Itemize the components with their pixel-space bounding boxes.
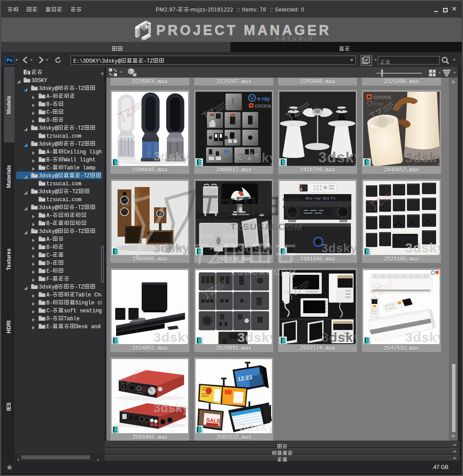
svg-text:v·ray: v·ray	[373, 101, 383, 106]
svg-text:3dsky: 3dsky	[154, 401, 188, 415]
svg-text:3dsky: 3dsky	[237, 150, 272, 165]
svg-text:3dsky: 3dsky	[318, 149, 356, 165]
svg-text:Blu-ray Sci-Fi: Blu-ray Sci-Fi	[306, 196, 335, 200]
svg-text:corona: corona	[373, 94, 391, 100]
svg-text:v·ray: v·ray	[257, 96, 270, 102]
svg-text:3dsky: 3dsky	[405, 330, 440, 344]
svg-text:3dsky: 3dsky	[237, 241, 272, 255]
svg-text:3dsky: 3dsky	[237, 330, 272, 344]
svg-text:corona: corona	[255, 103, 271, 109]
svg-text:3dsky: 3dsky	[240, 420, 272, 433]
svg-text:3dsky: 3dsky	[321, 242, 356, 255]
svg-text:3dsky: 3dsky	[154, 242, 188, 255]
svg-text:3dsky: 3dsky	[405, 240, 440, 255]
svg-text:3dsky: 3dsky	[405, 150, 440, 165]
svg-text:3dsky: 3dsky	[321, 330, 356, 344]
svg-text:OM: OM	[281, 270, 296, 279]
svg-text:3dsky: 3dsky	[154, 150, 188, 163]
svg-text:3dsky: 3dsky	[154, 330, 188, 344]
